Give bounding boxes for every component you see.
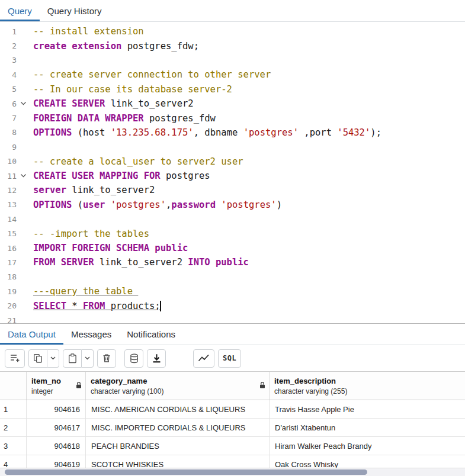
code-line[interactable]: 12server link_to_server2 — [0, 183, 465, 197]
code-token: FROM — [83, 301, 105, 311]
horizontal-scrollbar[interactable] — [0, 468, 465, 476]
row-number-cell[interactable]: 3 — [0, 437, 27, 455]
scrollbar-thumb[interactable] — [5, 469, 367, 475]
code-line[interactable]: 11CREATE USER MAPPING FOR postgres — [0, 169, 465, 183]
code-token: '13.235.68.175' — [111, 127, 194, 138]
code-line[interactable]: 16IMPORT FOREIGN SCHEMA public — [0, 241, 465, 255]
fold-marker-icon[interactable] — [17, 173, 30, 178]
line-number: 15 — [0, 229, 17, 238]
output-panel: Data OutputMessagesNotifications SQL ite… — [0, 323, 465, 468]
paste-icon — [68, 353, 77, 364]
code-line[interactable]: 10-- create a local_user to server2 user — [0, 155, 465, 169]
add-row-button[interactable] — [5, 349, 25, 368]
text-cursor-caret — [160, 301, 161, 311]
line-number: 14 — [0, 215, 17, 224]
paste-button-dropdown[interactable] — [82, 349, 94, 368]
download-button-group — [147, 349, 166, 368]
code-token: -- create server connection to other ser… — [33, 69, 271, 80]
code-token: link_to_server2 — [66, 185, 155, 195]
code-token: 'postgres' — [111, 200, 166, 210]
code-line[interactable]: 4-- create server connection to other se… — [0, 67, 465, 82]
code-line[interactable]: 9 — [0, 140, 465, 154]
code-line[interactable]: 2create extension postgres_fdw; — [0, 38, 465, 53]
line-number: 16 — [0, 244, 17, 253]
add-row-button-group — [5, 349, 25, 368]
row-number-cell[interactable]: 4 — [0, 455, 27, 468]
code-line[interactable]: 1-- install extension — [0, 24, 465, 38]
data-cell-item_no[interactable]: 904616 — [27, 400, 86, 418]
code-text: CREATE USER MAPPING FOR postgres — [30, 171, 210, 181]
code-token — [216, 200, 221, 210]
tab-messages[interactable]: Messages — [63, 324, 119, 345]
data-cell-item_no[interactable]: 904617 — [27, 419, 86, 436]
code-line[interactable]: 18 — [0, 270, 465, 284]
line-number: 5 — [0, 85, 17, 94]
code-token: CREATE USER MAPPING FOR — [33, 171, 161, 181]
column-header-item_no[interactable]: item_nointeger — [27, 372, 86, 400]
table-header-row: item_nointegercategory_namecharacter var… — [0, 372, 465, 400]
line-number: 4 — [0, 70, 17, 79]
code-token: -- In our case its database server-2 — [33, 84, 232, 95]
output-toolbar: SQL — [0, 345, 465, 371]
sql-editor[interactable]: 1-- install extension2create extension p… — [0, 22, 465, 323]
download-button[interactable] — [147, 349, 166, 368]
row-number-cell[interactable]: 2 — [0, 419, 27, 436]
code-token: OPTIONS — [33, 200, 72, 210]
corner-header-cell[interactable] — [0, 372, 27, 400]
column-header-category_name[interactable]: category_namecharacter varying (100) — [86, 372, 270, 400]
data-cell-item_description[interactable]: D'aristi Xtabentun — [270, 419, 465, 436]
code-line[interactable]: 15-- -import the tables — [0, 226, 465, 240]
sql-button[interactable]: SQL — [218, 349, 241, 368]
chart-button[interactable] — [193, 349, 214, 368]
data-cell-item_no[interactable]: 904619 — [27, 455, 86, 468]
data-cell-category_name[interactable]: SCOTCH WHISKIES — [86, 455, 270, 468]
code-line[interactable]: 14 — [0, 212, 465, 226]
copy-button-dropdown[interactable] — [47, 349, 59, 368]
tab-query-history[interactable]: Query History — [40, 0, 110, 21]
data-cell-category_name[interactable]: MISC. IMPORTED CORDIALS & LIQUEURS — [86, 419, 270, 436]
add-row-icon — [9, 353, 20, 363]
code-line[interactable]: 7FOREIGN DATA WRAPPER postgres_fdw — [0, 111, 465, 125]
code-text: create extension postgres_fdw; — [30, 41, 199, 52]
data-cell-category_name[interactable]: MISC. AMERICAN CORDIALS & LIQUEURS — [86, 400, 270, 418]
code-token: , dbname — [194, 127, 243, 138]
save-data-changes-button[interactable] — [124, 349, 143, 368]
tab-label: Messages — [71, 329, 111, 339]
data-cell-item_description[interactable]: Oak Cross Whisky — [270, 455, 465, 468]
line-number: 21 — [0, 316, 17, 324]
line-number: 17 — [0, 258, 17, 267]
code-token: link_to_server2 — [94, 257, 188, 268]
paste-button[interactable] — [63, 349, 82, 368]
code-line[interactable]: 17FROM SERVER link_to_server2 INTO publi… — [0, 255, 465, 269]
data-cell-item_description[interactable]: Travis Hasse Apple Pie — [270, 400, 465, 418]
code-line[interactable]: 19---query the table — [0, 284, 465, 298]
column-header-item_description[interactable]: item_descriptioncharacter varying (255) — [270, 372, 465, 400]
code-text: -- create server connection to other ser… — [30, 69, 271, 80]
delete-icon — [102, 353, 111, 363]
save-data-icon — [130, 353, 139, 364]
code-token: IMPORT FOREIGN SCHEMA public — [33, 243, 188, 253]
code-token: -- install extension — [33, 26, 144, 37]
editor-tabbar: Query Query History — [0, 0, 465, 22]
data-cell-category_name[interactable]: PEACH BRANDIES — [86, 437, 270, 455]
line-number: 6 — [0, 99, 17, 108]
code-line[interactable]: 21 — [0, 313, 465, 323]
code-line[interactable]: 5-- In our case its database server-2 — [0, 82, 465, 97]
code-token: ); — [370, 127, 381, 138]
code-line[interactable]: 13OPTIONS (user 'postgres',password 'pos… — [0, 198, 465, 212]
code-line[interactable]: 6CREATE SERVER link_to_server2 — [0, 97, 465, 111]
data-cell-item_no[interactable]: 904618 — [27, 437, 86, 455]
paste-button-group — [63, 349, 94, 368]
column-type: character varying (255) — [274, 387, 453, 395]
copy-button[interactable] — [28, 349, 47, 368]
data-cell-item_description[interactable]: Hiram Walker Peach Brandy — [270, 437, 465, 455]
row-number-cell[interactable]: 1 — [0, 400, 27, 418]
code-line[interactable]: 3 — [0, 53, 465, 67]
fold-marker-icon[interactable] — [17, 101, 30, 106]
code-line[interactable]: 8OPTIONS (host '13.235.68.175', dbname '… — [0, 126, 465, 140]
tab-notifications[interactable]: Notifications — [119, 324, 183, 345]
code-line[interactable]: 20SELECT * FROM products; — [0, 298, 465, 313]
tab-data-output[interactable]: Data Output — [0, 324, 63, 345]
tab-query[interactable]: Query — [0, 0, 40, 21]
delete-button[interactable] — [97, 349, 116, 368]
